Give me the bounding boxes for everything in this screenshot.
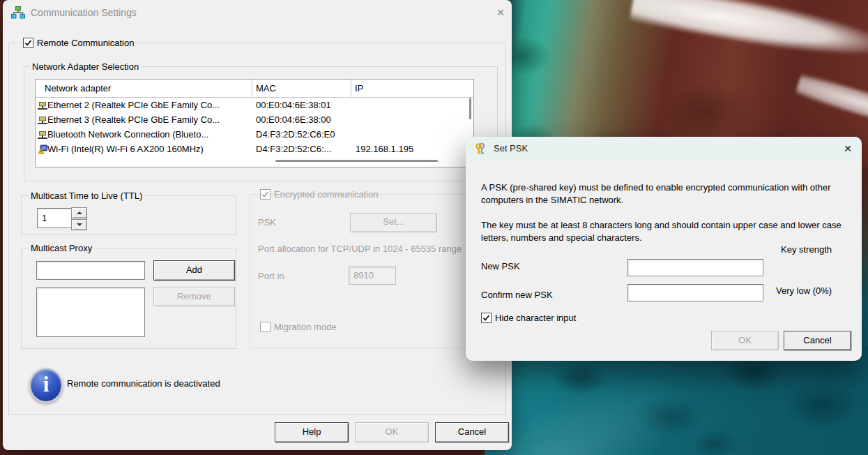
ethernet-adapter-icon <box>38 129 47 139</box>
new-psk-input[interactable] <box>627 259 763 276</box>
hide-character-input-label: Hide character input <box>495 313 576 323</box>
adapter-name: Bluetooth Network Connection (Blueto... <box>47 127 251 142</box>
key-strength-label: Key strength <box>781 244 832 255</box>
column-mac[interactable]: MAC <box>252 80 351 97</box>
confirm-psk-input[interactable] <box>627 284 763 301</box>
ok-button: OK <box>355 422 429 442</box>
adapter-mac: 00:E0:04:6E:38:01 <box>256 98 349 112</box>
multicast-proxy-label: Multicast Proxy <box>28 243 95 253</box>
port-in-input: 8910 <box>349 267 396 285</box>
new-psk-label: New PSK <box>481 261 520 271</box>
port-in-label: Port in <box>258 271 284 281</box>
set-psk-button: Set... <box>350 213 437 232</box>
psk-dialog-title: Set PSK <box>494 137 528 161</box>
network-adapter-selection-label: Network Adapter Selection <box>29 61 142 72</box>
key-strength-value: Very low (0%) <box>776 285 832 296</box>
migration-mode-checkbox <box>260 322 271 332</box>
communication-settings-dialog: Communication Settings × Remote Communic… <box>3 0 512 450</box>
adapter-name: Wi-Fi (Intel(R) Wi-Fi 6 AX200 160MHz) <box>47 142 251 156</box>
keys-icon <box>474 142 488 158</box>
encrypted-communication-label: Encrypted communication <box>274 189 379 200</box>
column-ip[interactable]: IP <box>351 80 473 97</box>
table-row[interactable]: Ethernet 2 (Realtek PCIe GbE Family Co..… <box>36 98 473 112</box>
table-row[interactable]: Ethernet 3 (Realtek PCIe GbE Family Co..… <box>36 112 473 127</box>
check-icon <box>482 313 491 322</box>
adapter-table[interactable]: Network adapter MAC IP Ethernet 2 (Realt… <box>35 79 474 167</box>
ethernet-adapter-icon <box>38 100 47 110</box>
add-button[interactable]: Add <box>153 260 235 281</box>
adapter-ip: 192.168.1.195 <box>356 142 473 156</box>
help-button[interactable]: Help <box>275 422 349 442</box>
psk-label: PSK <box>258 217 276 228</box>
ttl-spin-up-button[interactable] <box>71 207 87 218</box>
psk-description: A PSK (pre-shared key) must be defined t… <box>481 181 848 207</box>
migration-mode-label: Migration mode <box>274 322 337 332</box>
wifi-warning-icon <box>38 144 47 154</box>
adapter-name: Ethernet 3 (Realtek PCIe GbE Family Co..… <box>47 112 251 127</box>
network-nodes-icon <box>11 6 25 21</box>
remove-button: Remove <box>153 287 235 306</box>
remote-communication-label: Remote Communication <box>37 38 134 48</box>
check-icon <box>261 190 270 199</box>
vertical-scrollbar[interactable] <box>469 98 471 119</box>
adapter-table-header: Network adapter MAC IP <box>36 80 473 98</box>
remote-communication-checkbox[interactable] <box>23 38 33 48</box>
encrypted-communication-checkbox <box>260 189 271 200</box>
hide-character-input-checkbox[interactable] <box>481 313 492 323</box>
adapter-mac: D4:F3:2D:52:C6:E0 <box>256 127 349 142</box>
status-text: Remote communication is deactivated <box>67 378 220 389</box>
comm-dialog-title: Communication Settings <box>31 0 137 25</box>
ttl-input[interactable]: 1 <box>37 208 72 228</box>
info-icon: i <box>29 368 63 403</box>
psk-ok-button: OK <box>711 331 779 350</box>
set-psk-dialog: Set PSK × A PSK (pre-shared key) must be… <box>466 137 862 361</box>
proxy-listbox[interactable] <box>36 288 145 337</box>
cancel-button[interactable]: Cancel <box>435 422 509 442</box>
table-row[interactable]: Wi-Fi (Intel(R) Wi-Fi 6 AX200 160MHz) D4… <box>36 142 473 156</box>
check-icon <box>24 38 33 47</box>
port-allocation-label: Port allocation for TCP/UDP in 1024 - 65… <box>258 244 462 254</box>
psk-close-icon[interactable]: × <box>842 142 854 155</box>
psk-titlebar[interactable]: Set PSK × <box>466 137 862 161</box>
ethernet-adapter-icon <box>38 114 47 124</box>
arrow-down-icon <box>77 223 82 226</box>
psk-requirements: The key must be at least 8 characters lo… <box>481 219 848 244</box>
table-row[interactable]: Bluetooth Network Connection (Blueto... … <box>36 127 473 142</box>
adapter-mac: 00:E0:04:6E:38:00 <box>256 112 349 127</box>
comm-titlebar[interactable]: Communication Settings × <box>3 0 512 25</box>
ttl-spin-down-button[interactable] <box>71 219 87 230</box>
adapter-name: Ethernet 2 (Realtek PCIe GbE Family Co..… <box>47 98 251 112</box>
multicast-ttl-label: Multicast Time to Live (TTL) <box>28 191 145 201</box>
confirm-psk-label: Confirm new PSK <box>481 290 553 300</box>
horizontal-scrollbar[interactable] <box>275 160 438 162</box>
adapter-mac: D4:F3:2D:52:C6:... <box>256 142 349 156</box>
psk-cancel-button[interactable]: Cancel <box>784 331 851 350</box>
arrow-up-icon <box>77 211 82 214</box>
comm-close-icon[interactable]: × <box>494 6 507 19</box>
proxy-address-input[interactable] <box>36 261 145 280</box>
column-network-adapter[interactable]: Network adapter <box>36 80 252 97</box>
